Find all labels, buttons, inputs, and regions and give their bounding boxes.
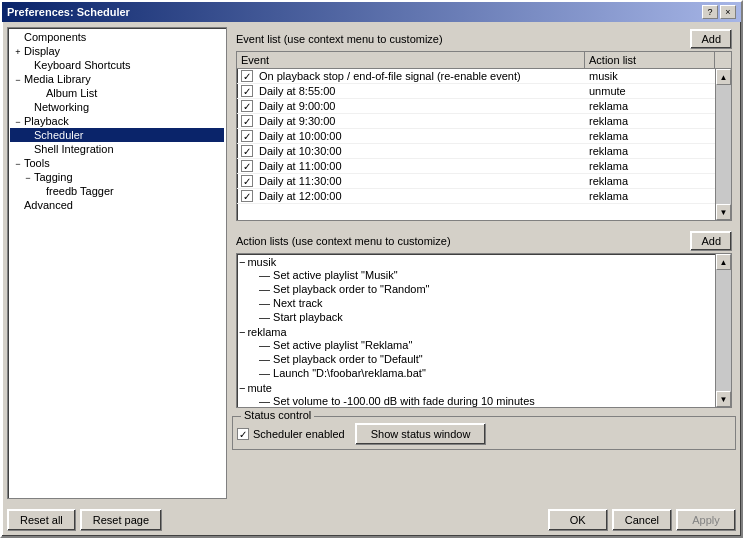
table-row[interactable]: Daily at 10:00:00 reklama (237, 129, 715, 144)
sidebar-item-media-library[interactable]: −Media Library (10, 72, 224, 86)
sidebar-item-tools[interactable]: −Tools (10, 156, 224, 170)
title-bar-buttons: ? × (702, 5, 736, 19)
bottom-right-buttons: OK Cancel Apply (548, 509, 736, 531)
expander-icon: − (22, 173, 34, 183)
reset-all-button[interactable]: Reset all (7, 509, 76, 531)
scroll-up-arrow[interactable]: ▲ (716, 69, 731, 85)
action-group-musik: − musik — Set active playlist "Musik" — … (239, 256, 713, 324)
event-cell: Daily at 10:30:00 (257, 144, 585, 158)
expander-icon: − (12, 159, 24, 169)
row-checkbox[interactable] (241, 115, 253, 127)
event-cell: Daily at 8:55:00 (257, 84, 585, 98)
action-item: — Next track (239, 296, 713, 310)
action-group-reklama: − reklama — Set active playlist "Reklama… (239, 326, 713, 380)
scroll-up-arrow[interactable]: ▲ (716, 254, 731, 270)
action-item: — Launch "D:\foobar\reklama.bat" (239, 366, 713, 380)
row-checkbox[interactable] (241, 160, 253, 172)
table-row[interactable]: Daily at 9:00:00 reklama (237, 99, 715, 114)
group-expander: − (239, 256, 245, 268)
main-panel: Event list (use context menu to customiz… (227, 22, 741, 504)
action-list-header: Action lists (use context menu to custom… (232, 229, 736, 253)
sidebar-item-networking[interactable]: Networking (10, 100, 224, 114)
ok-button[interactable]: OK (548, 509, 608, 531)
action-list-section: Action lists (use context menu to custom… (232, 229, 736, 412)
preferences-window: Preferences: Scheduler ? × Components +D… (0, 0, 743, 538)
action-cell: reklama (585, 189, 715, 203)
action-cell: reklama (585, 99, 715, 113)
bottom-bar: Reset all Reset page OK Cancel Apply (2, 504, 741, 536)
sidebar-item-shell-integration[interactable]: Shell Integration (10, 142, 224, 156)
scroll-track[interactable] (716, 85, 731, 204)
col-event: Event (237, 52, 585, 68)
group-name[interactable]: − reklama (239, 326, 713, 338)
scroll-down-arrow[interactable]: ▼ (716, 204, 731, 220)
row-checkbox[interactable] (241, 175, 253, 187)
action-cell: reklama (585, 129, 715, 143)
action-cell: reklama (585, 144, 715, 158)
help-button[interactable]: ? (702, 5, 718, 19)
action-list-add-button[interactable]: Add (690, 231, 732, 251)
action-item: — Set playback order to "Default" (239, 352, 713, 366)
table-row[interactable]: On playback stop / end-of-file signal (r… (237, 69, 715, 84)
sidebar-item-freedb-tagger[interactable]: freedb Tagger (10, 184, 224, 198)
row-checkbox[interactable] (241, 130, 253, 142)
action-list-scrollbar[interactable]: ▲ ▼ (715, 254, 731, 407)
sidebar-item-display[interactable]: +Display (10, 44, 224, 58)
sidebar-item-keyboard-shortcuts[interactable]: Keyboard Shortcuts (10, 58, 224, 72)
table-row[interactable]: Daily at 10:30:00 reklama (237, 144, 715, 159)
action-cell: unmute (585, 84, 715, 98)
table-row[interactable]: Daily at 9:30:00 reklama (237, 114, 715, 129)
close-button[interactable]: × (720, 5, 736, 19)
sidebar-item-album-list[interactable]: Album List (10, 86, 224, 100)
group-expander: − (239, 326, 245, 338)
table-row[interactable]: Daily at 12:00:00 reklama (237, 189, 715, 204)
apply-button[interactable]: Apply (676, 509, 736, 531)
sidebar-item-scheduler[interactable]: Scheduler (10, 128, 224, 142)
event-list-section: Event list (use context menu to customiz… (232, 27, 736, 225)
row-checkbox[interactable] (241, 85, 253, 97)
expander-icon: − (12, 117, 24, 127)
event-cell: Daily at 10:00:00 (257, 129, 585, 143)
scheduler-enabled-label[interactable]: Scheduler enabled (237, 428, 345, 440)
action-item: — Start playback (239, 310, 713, 324)
action-cell: reklama (585, 174, 715, 188)
sidebar-item-advanced[interactable]: Advanced (10, 198, 224, 212)
reset-page-button[interactable]: Reset page (80, 509, 162, 531)
row-checkbox[interactable] (241, 100, 253, 112)
row-checkbox[interactable] (241, 190, 253, 202)
action-cell: reklama (585, 114, 715, 128)
scheduler-enabled-checkbox[interactable] (237, 428, 249, 440)
event-cell: Daily at 11:30:00 (257, 174, 585, 188)
event-cell: Daily at 9:00:00 (257, 99, 585, 113)
event-list-add-button[interactable]: Add (690, 29, 732, 49)
status-legend: Status control (241, 409, 314, 421)
scroll-track[interactable] (716, 270, 731, 391)
sidebar-item-components[interactable]: Components (10, 30, 224, 44)
col-action: Action list (585, 52, 715, 68)
table-row[interactable]: Daily at 8:55:00 unmute (237, 84, 715, 99)
action-cell: reklama (585, 159, 715, 173)
row-checkbox[interactable] (241, 70, 253, 82)
expander-icon: + (12, 47, 24, 57)
row-checkbox[interactable] (241, 145, 253, 157)
table-row[interactable]: Daily at 11:00:00 reklama (237, 159, 715, 174)
event-cell: Daily at 12:00:00 (257, 189, 585, 203)
cancel-button[interactable]: Cancel (612, 509, 672, 531)
sidebar-item-playback[interactable]: −Playback (10, 114, 224, 128)
scroll-down-arrow[interactable]: ▼ (716, 391, 731, 407)
event-list-title: Event list (use context menu to customiz… (236, 33, 443, 45)
event-list-scrollbar[interactable]: ▲ ▼ (715, 69, 731, 220)
sidebar-item-tagging[interactable]: −Tagging (10, 170, 224, 184)
show-status-window-button[interactable]: Show status window (355, 423, 487, 445)
group-name[interactable]: − mute (239, 382, 713, 394)
action-group-mute: − mute — Set volume to -100.00 dB with f… (239, 382, 713, 407)
bottom-left-buttons: Reset all Reset page (7, 509, 162, 531)
table-row[interactable]: Daily at 11:30:00 reklama (237, 174, 715, 189)
window-title: Preferences: Scheduler (7, 6, 130, 18)
group-name[interactable]: − musik (239, 256, 713, 268)
main-content: Components +Display Keyboard Shortcuts −… (2, 22, 741, 504)
event-list-table: Event Action list On playback stop / end… (236, 51, 732, 221)
action-list-title: Action lists (use context menu to custom… (236, 235, 451, 247)
event-cell: Daily at 11:00:00 (257, 159, 585, 173)
sidebar: Components +Display Keyboard Shortcuts −… (7, 27, 227, 499)
